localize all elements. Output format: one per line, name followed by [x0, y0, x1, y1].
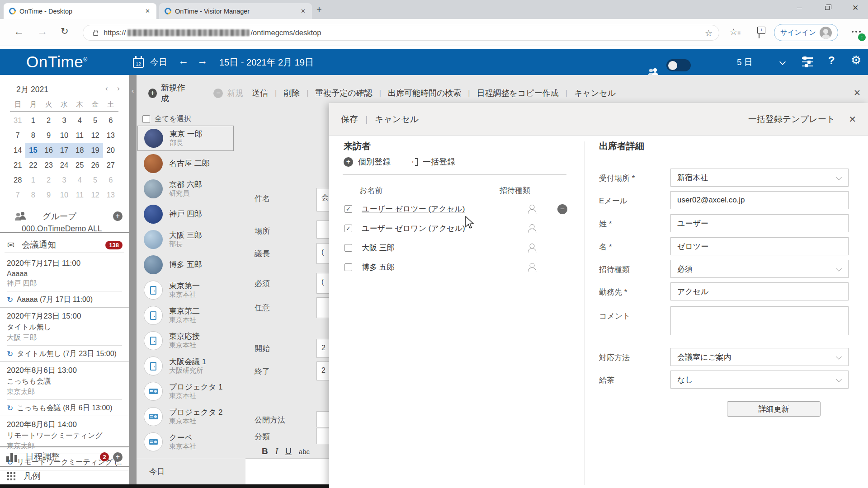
list-item[interactable]: 博多 五郎: [137, 252, 234, 277]
calendar-day[interactable]: 16: [41, 143, 57, 158]
tab-close-icon[interactable]: ✕: [299, 7, 307, 15]
list-item[interactable]: プロジェクタ 2東京本社: [137, 404, 234, 429]
calendar-day[interactable]: 1: [25, 173, 41, 188]
reschedule-row[interactable]: ↻タイトル無し (7月 23日 15:00): [7, 348, 122, 360]
tab-close-icon[interactable]: ✕: [143, 7, 152, 15]
calendar-day[interactable]: 3: [57, 113, 72, 128]
format-italic-button[interactable]: I: [275, 446, 278, 456]
reschedule-row[interactable]: ↻Aaaaa (7月 17日 11:00): [7, 294, 122, 305]
calendar-day[interactable]: 5: [87, 113, 103, 128]
list-item[interactable]: 大阪 三郎部長: [137, 227, 234, 252]
calendar-day[interactable]: 27: [103, 158, 118, 173]
detail-input[interactable]: ゼロツー: [670, 237, 849, 255]
browser-tab[interactable]: OnTime - Visitor Manager✕: [159, 3, 312, 19]
toolbar-item[interactable]: 送信: [252, 88, 268, 99]
calendar-day[interactable]: 11: [72, 128, 87, 143]
calendar-day[interactable]: 19: [87, 143, 103, 158]
list-item[interactable]: 東京応接東京本社: [137, 328, 234, 353]
notification-item[interactable]: 2020年7月23日 15:00タイトル無し大阪 三郎↻タイトル無し (7月 2…: [0, 308, 129, 362]
detail-input[interactable]: ユーザー: [670, 214, 849, 232]
calendar-day[interactable]: 28: [10, 173, 25, 188]
favorite-star-icon[interactable]: ☆: [705, 28, 712, 38]
notification-item[interactable]: 2020年8月6日 13:00こっちも会議東京太郎↻こっちも会議 (8月 6日 …: [0, 362, 129, 416]
calendar-day[interactable]: 12: [87, 128, 103, 143]
reschedule-row[interactable]: ↻こっちも会議 (8月 6日 13:00): [7, 402, 122, 414]
calendar-day[interactable]: 4: [72, 173, 87, 188]
list-item[interactable]: 京都 六郎研究員: [137, 176, 234, 202]
calendar-day[interactable]: 31: [10, 113, 25, 128]
view-chevron-icon[interactable]: [779, 59, 786, 65]
toolbar-item[interactable]: 日程調整をコピー作成: [476, 88, 558, 99]
calendar-day[interactable]: 23: [41, 158, 57, 173]
detail-input[interactable]: user02@axcel.co.jp: [670, 191, 849, 209]
today-calendar-icon[interactable]: 12: [133, 58, 144, 68]
select-all-checkbox[interactable]: [142, 115, 150, 123]
detail-select[interactable]: 必須: [670, 260, 849, 278]
calendar-day[interactable]: 7: [10, 128, 25, 143]
calendar-day[interactable]: 11: [72, 188, 87, 202]
prev-arrow[interactable]: ←: [178, 55, 189, 67]
calendar-day[interactable]: 10: [57, 128, 72, 143]
detail-textarea[interactable]: [670, 306, 849, 335]
calendar-day[interactable]: 6: [103, 113, 118, 128]
format-strikethrough-button[interactable]: abc: [299, 448, 310, 455]
calendar-day[interactable]: 8: [25, 128, 41, 143]
list-item[interactable]: クーペ東京本社: [137, 429, 234, 455]
list-item[interactable]: 大阪会議 1大阪研究所: [137, 353, 234, 379]
browser-menu-button[interactable]: [852, 31, 861, 33]
calendar-day[interactable]: 20: [103, 143, 118, 158]
format-bold-button[interactable]: B: [262, 446, 268, 456]
signin-button[interactable]: サインイン: [774, 24, 838, 41]
calendar-day[interactable]: 9: [41, 188, 57, 202]
today-button[interactable]: 今日: [150, 56, 167, 68]
view-toggle[interactable]: [666, 59, 691, 71]
detail-input[interactable]: アクセル: [670, 282, 849, 300]
calendar-day[interactable]: 9: [41, 128, 57, 143]
toolbar-item[interactable]: 重複予定の確認: [315, 88, 372, 99]
toolbar-item[interactable]: 出席可能時間の検索: [388, 88, 461, 99]
event-close-icon[interactable]: ✕: [854, 88, 861, 98]
calendar-day[interactable]: 12: [87, 188, 103, 202]
calendar-day[interactable]: 2: [41, 173, 57, 188]
list-item[interactable]: 東京 一郎部長: [137, 126, 234, 151]
calendar-day[interactable]: 2: [41, 113, 57, 128]
calendar-day[interactable]: 1: [25, 113, 41, 128]
calendar-day[interactable]: 13: [103, 188, 118, 202]
calendar-day[interactable]: 15: [25, 143, 41, 158]
format-underline-button[interactable]: U: [285, 446, 292, 456]
back-button[interactable]: ←: [14, 26, 24, 37]
refresh-button[interactable]: ↻: [61, 26, 69, 36]
calendar-day[interactable]: 13: [103, 128, 118, 143]
calendar-day[interactable]: 14: [10, 143, 25, 158]
calendar-day[interactable]: 24: [57, 158, 72, 173]
collections-icon[interactable]: [759, 28, 760, 38]
list-item[interactable]: 神戸 四郎: [137, 202, 234, 227]
new-tab-button[interactable]: +: [316, 5, 322, 15]
help-button[interactable]: ?: [828, 54, 835, 67]
filter-sliders-icon[interactable]: [802, 57, 813, 66]
window-restore-button[interactable]: [817, 0, 838, 15]
add-group-button[interactable]: +: [113, 211, 123, 221]
view-days-label[interactable]: 5 日: [737, 56, 753, 68]
settings-gear-icon[interactable]: ⚙: [851, 53, 861, 67]
detail-select[interactable]: 会議室にご案内: [670, 348, 849, 366]
new-create-button[interactable]: + 新規作成: [148, 82, 190, 104]
people-footer-today[interactable]: 今日: [137, 458, 245, 484]
toolbar-item[interactable]: キャンセル: [574, 88, 616, 99]
window-close-button[interactable]: ✕: [845, 0, 866, 15]
list-item[interactable]: 名古屋 二郎: [137, 151, 234, 176]
browser-tab[interactable]: OnTime - Desktop✕: [4, 3, 156, 19]
toolbar-item[interactable]: 削除: [283, 88, 300, 99]
meeting-notice-header[interactable]: ✉ 会議通知 138: [0, 238, 129, 252]
group-section-header[interactable]: グループ +: [0, 208, 129, 224]
detail-select[interactable]: 新宿本社: [670, 169, 849, 187]
calendar-day[interactable]: 8: [25, 188, 41, 202]
calendar-day[interactable]: 5: [87, 173, 103, 188]
forward-button[interactable]: →: [37, 26, 47, 37]
detail-select[interactable]: なし: [670, 371, 849, 389]
calendar-day[interactable]: 26: [87, 158, 103, 173]
list-item[interactable]: プロジェクタ 1東京本社: [137, 379, 234, 404]
sidebar-collapse-handle[interactable]: ‹: [129, 75, 137, 484]
list-item[interactable]: 東京第二東京本社: [137, 303, 234, 328]
new-delete-button[interactable]: − 新規: [213, 88, 245, 99]
